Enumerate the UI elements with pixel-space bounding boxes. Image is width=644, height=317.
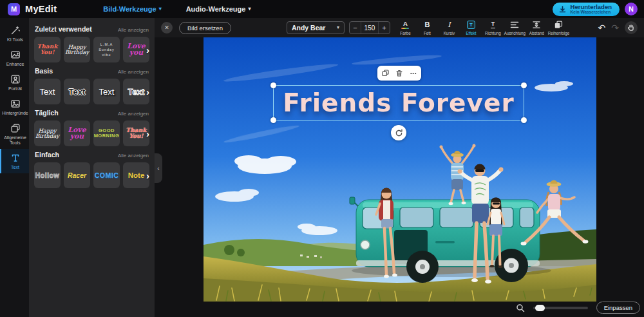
tile-label: GOOD MORNING — [93, 128, 120, 139]
resize-handle-bottom-left[interactable] — [270, 117, 276, 123]
tool-farbe[interactable]: A Farbe — [397, 21, 414, 35]
text-style-tile[interactable]: Racer — [64, 162, 90, 188]
tile-label: Text — [40, 87, 55, 97]
text-direction-icon: T — [491, 21, 496, 30]
layer-order-icon — [554, 21, 563, 30]
show-all-link[interactable]: Alle anzeigen — [118, 111, 149, 117]
portrait-icon — [10, 74, 21, 84]
sidebar-item-hintergruende[interactable]: Hintergründe — [0, 95, 29, 120]
chevron-right-icon[interactable]: › — [146, 170, 149, 181]
tool-fett[interactable]: B Fett — [419, 21, 436, 35]
duplicate-button[interactable] — [379, 68, 391, 79]
glyph: B — [424, 21, 430, 28]
tool-reihenfolge[interactable]: Reihenfolge — [550, 21, 567, 35]
text-style-tile[interactable]: Love you — [64, 120, 90, 146]
zoom-slider[interactable] — [533, 307, 588, 309]
text-style-tile[interactable]: Thank You! › — [123, 120, 149, 146]
nav-bild-werkzeuge[interactable]: Bild-Werkzeuge ▾ — [103, 5, 161, 13]
letter-spacing-icon — [532, 21, 541, 30]
nav-audio-werkzeuge[interactable]: Audio-Werkzeuge ▾ — [186, 5, 251, 13]
magic-wand-icon — [10, 25, 21, 35]
decrease-font-size-button[interactable]: − — [350, 22, 361, 34]
sidebar-item-portraet[interactable]: Porträt — [0, 71, 29, 95]
more-icon: ••• — [410, 70, 417, 76]
sidebar-item-ki-tools[interactable]: KI Tools — [0, 22, 29, 46]
main-nav: Bild-Werkzeuge ▾ Audio-Werkzeuge ▾ — [103, 5, 251, 13]
text-style-tile[interactable]: Happy Birthday — [34, 120, 61, 146]
chevron-right-icon[interactable]: › — [146, 86, 149, 97]
chevron-right-icon[interactable]: › — [146, 128, 149, 139]
chevron-down-icon: ▾ — [248, 6, 251, 12]
rotate-handle[interactable] — [391, 125, 406, 140]
canvas-image[interactable]: Friends Forever — [204, 37, 596, 302]
font-size-value: 150 — [361, 22, 379, 34]
text-style-tile[interactable]: COMIC — [93, 162, 120, 188]
canvas-text[interactable]: Friends Forever — [274, 86, 524, 120]
text-style-tile[interactable]: Text › — [123, 79, 149, 104]
section-title: Basis — [35, 67, 53, 75]
tile-row: Thank You! Happy Birthday L.M.A Sunday v… — [34, 37, 149, 62]
text-style-tile[interactable]: Happy Birthday — [64, 37, 90, 62]
text-align-icon — [510, 21, 519, 30]
show-all-link[interactable]: Alle anzeigen — [118, 153, 149, 158]
glyph: I — [448, 21, 450, 28]
resize-handle-bottom-right[interactable] — [521, 117, 527, 123]
text-style-tile[interactable]: GOOD MORNING — [93, 120, 120, 146]
show-all-link[interactable]: Alle anzeigen — [118, 69, 149, 75]
text-style-tile[interactable]: Love you › — [123, 37, 149, 62]
tile-row: Text Text Text Text › — [34, 79, 149, 104]
panel-collapse-tab[interactable]: ‹ — [155, 153, 162, 183]
resize-handle-top-left[interactable] — [270, 82, 276, 88]
text-selection-box[interactable]: Friends Forever — [273, 85, 524, 120]
text-style-tile[interactable]: Thank You! — [34, 37, 61, 62]
chevron-right-icon[interactable]: › — [146, 44, 149, 55]
tool-effekt[interactable]: T Effekt — [462, 21, 480, 35]
italic-icon: I — [448, 21, 450, 30]
sidebar-item-text[interactable]: Text — [0, 149, 29, 173]
section-title: Zuletzt verwendet — [35, 25, 92, 33]
sidebar-item-enhance[interactable]: Enhance — [0, 46, 29, 71]
sidebar-item-allgemeine-tools[interactable]: Allgemeine Tools — [0, 120, 29, 149]
myedit-logo-icon[interactable]: M — [8, 3, 20, 15]
tool-ausrichtung[interactable]: Ausrichtung — [506, 21, 524, 35]
text-style-tile[interactable]: L.M.A Sunday vibe — [93, 37, 120, 62]
pan-hand-button[interactable] — [625, 21, 638, 34]
text-tools: A Farbe B Fett I Kursiv T Ef — [397, 21, 567, 35]
text-style-tile[interactable]: Text — [34, 79, 61, 104]
show-all-link[interactable]: Alle anzeigen — [118, 27, 149, 33]
increase-font-size-button[interactable]: + — [379, 22, 390, 34]
text-style-tile[interactable]: Text — [64, 79, 90, 104]
resize-handle-top-right[interactable] — [521, 82, 527, 88]
delete-button[interactable] — [393, 68, 405, 79]
text-style-tile[interactable]: Text — [93, 79, 120, 104]
sidebar-item-label: Enhance — [6, 62, 24, 67]
zoom-bar: Einpassen — [516, 302, 640, 314]
tool-abstand[interactable]: Abstand — [528, 21, 545, 35]
tool-kursiv[interactable]: I Kursiv — [440, 21, 458, 35]
more-options-button[interactable]: ••• — [408, 68, 419, 79]
undo-icon[interactable]: ↶ — [598, 23, 606, 32]
avatar[interactable]: N — [625, 3, 638, 15]
tool-label: Ausrichtung — [504, 31, 526, 35]
tool-richtung[interactable]: T Richtung — [484, 21, 502, 35]
text-icon — [10, 153, 21, 163]
font-name-value: Andy Bear — [292, 24, 326, 32]
history-controls: ↶ ↷ — [598, 21, 638, 34]
avatar-initial: N — [629, 5, 634, 13]
font-family-select[interactable]: Andy Bear ▾ — [287, 21, 345, 34]
close-icon: ✕ — [164, 24, 169, 31]
fit-to-screen-button[interactable]: Einpassen — [596, 302, 640, 314]
text-style-tile[interactable]: Note › — [123, 162, 149, 188]
close-button[interactable]: ✕ — [161, 22, 173, 34]
selection-toolbar: ••• — [377, 66, 421, 81]
tile-row: Happy Birthday Love you GOOD MORNING Tha… — [34, 120, 149, 146]
download-button[interactable]: Herunterladen Kein Wasserzeichen — [553, 3, 620, 16]
chevron-left-icon: ‹ — [157, 165, 159, 172]
text-style-tile[interactable]: Hollow — [34, 162, 61, 188]
tile-row: Hollow Racer COMIC Note › — [34, 162, 149, 188]
redo-icon[interactable]: ↷ — [611, 23, 619, 32]
magnifier-icon[interactable] — [516, 303, 525, 312]
zoom-slider-thumb[interactable] — [535, 305, 545, 311]
sidebar-item-label: KI Tools — [7, 37, 23, 43]
replace-image-button[interactable]: Bild ersetzen — [179, 22, 231, 34]
